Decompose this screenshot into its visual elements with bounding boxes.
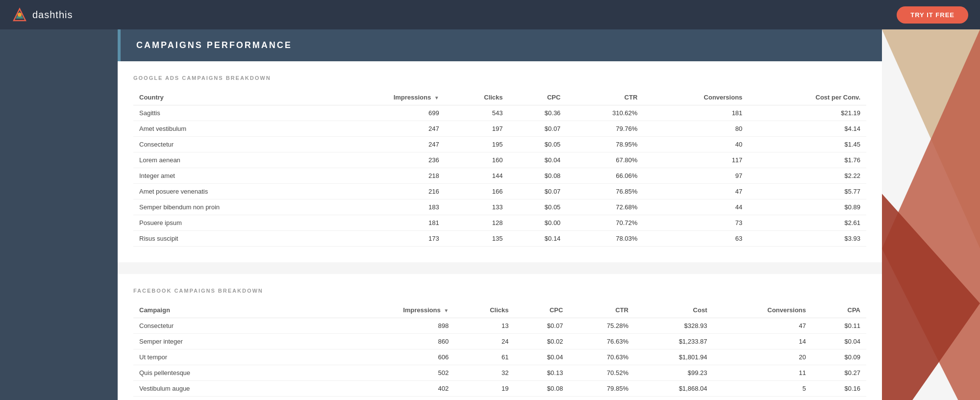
cell-campaign: Semper integer <box>133 334 342 350</box>
cell-country: Risus suscipit <box>133 231 326 247</box>
cell-cost: $1,233.87 <box>634 334 713 350</box>
cell-conversions: 181 <box>643 105 748 121</box>
cell-cpc: $0.08 <box>509 168 567 184</box>
cell-ctr: 76.85% <box>566 184 643 200</box>
cell-cpa: $0.09 <box>812 350 866 365</box>
cell-country: Sagittis <box>133 105 326 121</box>
cell-ctr: 82.59% <box>569 397 634 400</box>
col-cost-per-conv: Cost per Conv. <box>748 90 866 105</box>
cell-cost: $328.93 <box>634 318 713 334</box>
cell-clicks: 543 <box>445 105 509 121</box>
campaigns-title: CAMPAIGNS PERFORMANCE <box>136 40 292 50</box>
cell-cpc: $0.04 <box>509 152 567 168</box>
facebook-table: Campaign Impressions ▼ Clicks CPC CTR Co… <box>133 302 866 400</box>
facebook-section: FACEBOOK CAMPAIGNS BREAKDOWN Campaign Im… <box>118 274 882 400</box>
cell-cpc: $0.02 <box>514 334 569 350</box>
fb-col-clicks: Clicks <box>454 302 514 318</box>
cell-clicks: 197 <box>445 121 509 137</box>
try-free-button[interactable]: TRY IT FREE <box>897 6 968 24</box>
cell-clicks: 128 <box>445 215 509 231</box>
table-row: Consectetur 247 195 $0.05 78.95% 40 $1.4… <box>133 137 866 152</box>
sort-icon: ▼ <box>434 95 439 100</box>
cell-impressions: 860 <box>342 334 455 350</box>
cell-cpc: $0.05 <box>509 137 567 152</box>
cell-clicks: 135 <box>445 231 509 247</box>
main-content: CAMPAIGNS PERFORMANCE GOOGLE ADS CAMPAIG… <box>118 29 882 400</box>
table-row: Consectetur 898 13 $0.07 75.28% $328.93 … <box>133 318 866 334</box>
cell-conversions: 11 <box>713 365 812 381</box>
cell-impressions: 218 <box>326 168 445 184</box>
cell-conversions: 20 <box>713 350 812 365</box>
main-layout: CAMPAIGNS PERFORMANCE GOOGLE ADS CAMPAIG… <box>0 0 980 400</box>
cell-cost-per-conv: $2.22 <box>748 168 866 184</box>
table-row: Risus suscipit 173 135 $0.14 78.03% 63 $… <box>133 231 866 247</box>
cell-conversions: 40 <box>643 137 748 152</box>
cell-country: Semper bibendum non proin <box>133 200 326 215</box>
cell-clicks: 13 <box>454 318 514 334</box>
cell-impressions: 216 <box>326 184 445 200</box>
cell-cost: $1,868.04 <box>634 381 713 397</box>
cell-impressions: 247 <box>326 137 445 152</box>
fb-col-ctr: CTR <box>569 302 634 318</box>
table-row: Semper integer 860 24 $0.02 76.63% $1,23… <box>133 334 866 350</box>
cell-ctr: 310.62% <box>566 105 643 121</box>
cell-clicks: 32 <box>454 365 514 381</box>
cell-clicks: 195 <box>445 137 509 152</box>
cell-cost-per-conv: $21.19 <box>748 105 866 121</box>
cell-ctr: 79.85% <box>569 381 634 397</box>
cell-cpc: $0.04 <box>514 350 569 365</box>
cell-impressions: 402 <box>342 381 455 397</box>
cell-country: Amet posuere venenatis <box>133 184 326 200</box>
table-row: Vestibulum augue 402 19 $0.08 79.85% $1,… <box>133 381 866 397</box>
cell-ctr: 79.76% <box>566 121 643 137</box>
cell-ctr: 78.95% <box>566 137 643 152</box>
cell-cpa: $0.16 <box>812 381 866 397</box>
google-ads-label: GOOGLE ADS CAMPAIGNS BREAKDOWN <box>133 75 866 81</box>
campaigns-header: CAMPAIGNS PERFORMANCE <box>118 29 882 61</box>
cell-clicks: 24 <box>454 334 514 350</box>
table-row: Ut tempor 606 61 $0.04 70.63% $1,801.94 … <box>133 350 866 365</box>
cell-conversions: 47 <box>643 184 748 200</box>
cell-country: Amet vestibulum <box>133 121 326 137</box>
cell-cpa: $0.11 <box>812 318 866 334</box>
table-row: Sagittis 699 543 $0.36 310.62% 181 $21.1… <box>133 105 866 121</box>
cell-conversions: 63 <box>643 231 748 247</box>
cell-impressions: 606 <box>342 350 455 365</box>
cell-conversions: 117 <box>643 152 748 168</box>
cell-country: Posuere ipsum <box>133 215 326 231</box>
cell-cpc: $0.07 <box>509 184 567 200</box>
logo-area: dashthis <box>12 7 73 23</box>
cell-conversions: 14 <box>713 334 812 350</box>
cell-impressions: 898 <box>342 318 455 334</box>
google-table-header-row: Country Impressions ▼ Clicks CPC CTR Con… <box>133 90 866 105</box>
cell-cpc: $0.08 <box>514 381 569 397</box>
cell-country: Lorem aenean <box>133 152 326 168</box>
fb-col-impressions[interactable]: Impressions ▼ <box>342 302 455 318</box>
cell-conversions: 47 <box>713 318 812 334</box>
cell-ctr: 72.68% <box>566 200 643 215</box>
col-cpc: CPC <box>509 90 567 105</box>
cell-cost: $111.40 <box>634 397 713 400</box>
facebook-table-header-row: Campaign Impressions ▼ Clicks CPC CTR Co… <box>133 302 866 318</box>
cell-impressions: 173 <box>326 231 445 247</box>
cell-ctr: 70.63% <box>569 350 634 365</box>
col-conversions: Conversions <box>643 90 748 105</box>
cell-clicks: 19 <box>454 381 514 397</box>
cell-impressions: 181 <box>326 215 445 231</box>
table-row: Posuere ipsum 181 128 $0.00 70.72% 73 $2… <box>133 215 866 231</box>
cell-cost-per-conv: $4.14 <box>748 121 866 137</box>
cell-cpc: $0.07 <box>514 318 569 334</box>
cell-conversions: 80 <box>643 121 748 137</box>
table-row: Amet vestibulum 247 197 $0.07 79.76% 80 … <box>133 121 866 137</box>
table-row: Semper bibendum non proin 183 133 $0.05 … <box>133 200 866 215</box>
cell-cpc: $0.36 <box>509 105 567 121</box>
cell-clicks: 61 <box>454 350 514 365</box>
cell-cpc: $0.07 <box>509 121 567 137</box>
cell-conversions: 97 <box>643 168 748 184</box>
fb-col-cpc: CPC <box>514 302 569 318</box>
cell-cpc: $0.14 <box>509 231 567 247</box>
table-row: Amet posuere venenatis 216 166 $0.07 76.… <box>133 184 866 200</box>
cell-cpc: $0.13 <box>514 365 569 381</box>
cell-conversions: 44 <box>643 200 748 215</box>
col-impressions[interactable]: Impressions ▼ <box>326 90 445 105</box>
